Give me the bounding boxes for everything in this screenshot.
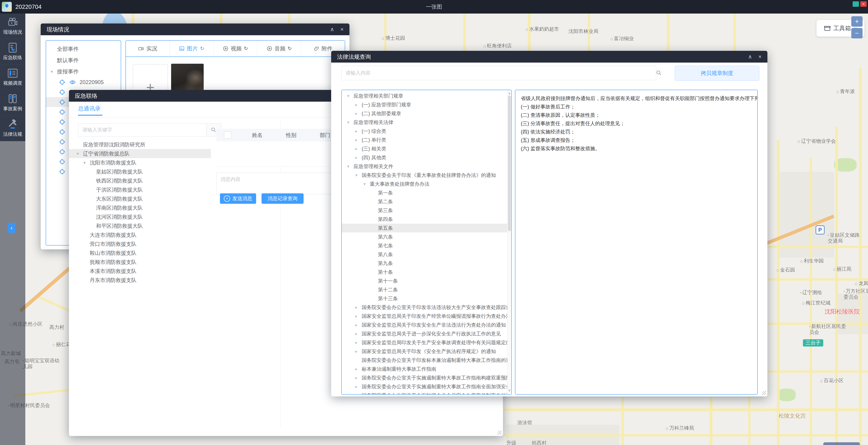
contact-tree-item[interactable]: 和平区消防救援大队 [69,221,211,230]
caret-icon[interactable]: ▸ [355,137,358,142]
tree-item-reported-events[interactable]: ▾ 接报事件 [46,66,121,77]
locate-crosshair-icon[interactable] [59,109,66,115]
law-tree-item[interactable]: ▾ 应急管理相关部门规章 [342,92,507,100]
collapse-icon[interactable]: ∧ [748,54,752,59]
law-tree-item[interactable]: ▸ 国家安全监管总局关于印发《安全生产执法程序规定》的通知 [342,347,507,356]
law-search-input[interactable] [341,66,656,80]
caret-icon[interactable]: ▾ [355,173,358,178]
caret-icon[interactable]: ▸ [355,155,358,160]
window-control-button[interactable] [852,1,859,7]
sidebar-item-law[interactable]: 法律法规 [0,116,25,141]
sidebar-collapse-handle[interactable]: ‹ [8,223,16,233]
tab-video[interactable]: 视频 ↻ [214,41,257,57]
locate-crosshair-icon[interactable] [59,89,66,96]
sidebar-item-contact[interactable]: 应急联络 [0,39,25,65]
contact-tree-item[interactable]: 鞍山市消防救援支队 [69,248,211,258]
tree-item-all-events[interactable]: 全部事件 [46,43,121,55]
law-tree-item[interactable]: ▸ (一) 应急管理部门规章 [342,100,507,109]
law-tree-item[interactable]: 第二条 [342,197,507,206]
refresh-icon[interactable]: ↻ [288,46,292,52]
contact-tree-item[interactable]: ▾ 沈阳市消防救援支队 [69,158,211,167]
law-tree-item[interactable]: 第十一条 [342,276,507,285]
law-tree-item[interactable]: ▸ 国家安全监管总局关于印发生产经营单位瞒报谎报事故行为查处办法的 [342,312,507,320]
tab-address-book[interactable]: 总通讯录 [78,105,101,112]
caret-icon[interactable]: ▸ [355,146,358,151]
caret-icon[interactable]: ▸ [355,349,358,354]
contact-tree-item[interactable]: 营口市消防救援支队 [69,239,211,248]
zoom-in-button[interactable]: + [851,16,863,27]
contact-tree-item[interactable]: 大连市消防救援支队 [69,230,211,239]
contact-tree-item[interactable]: 浑南区消防救援大队 [69,203,211,212]
zoom-out-button[interactable]: − [851,28,863,38]
caret-down-icon[interactable]: ▾ [84,160,86,165]
law-tree-item[interactable]: ▸ 国务院安委会办公室关于全面加强企业全员安全生产责任制工作的通知 [342,391,507,395]
law-tree-item[interactable]: ▸ 国务院安委会办公室关于实施遏制重特大事故工作指南构建双重预防机 [342,373,507,382]
contact-tree-item[interactable]: 沈河区消防救援大队 [69,212,211,221]
contact-tree-item[interactable]: 于洪区消防救援大队 [69,185,211,194]
search-button[interactable] [652,66,666,80]
caret-icon[interactable]: ▸ [355,366,358,372]
contact-tree-item[interactable]: 本溪市消防救援支队 [69,267,211,276]
contact-tree-item[interactable]: 抚顺市消防救援支队 [69,258,211,267]
tab-live[interactable]: 实况 [126,41,170,57]
caret-icon[interactable]: ▾ [347,93,349,99]
caret-icon[interactable]: ▾ [347,120,349,125]
window-resize-handle[interactable] [498,431,502,435]
locate-crosshair-icon[interactable] [59,158,66,165]
law-tree-item[interactable]: 第三条 [342,206,507,215]
close-icon[interactable]: × [340,27,344,32]
law-tree-item[interactable]: 国务院安委会办公室关于印发标本兼治遏制重特大事故工作指南的通知 [342,356,507,365]
law-tree-item[interactable]: ▸ 国家安全监管总局印发关于生产安全事故调查处理中有关问题规定的通 [342,338,507,347]
refresh-icon[interactable]: ↻ [244,46,248,52]
scene-window-header[interactable]: 现场情况 ∧ × [41,24,349,35]
law-tree-item[interactable]: ▸ (二) 单行类 [342,136,507,144]
law-tree-item[interactable]: ▾ 应急管理相关法律 [342,118,507,127]
law-tree-item[interactable]: 第六条 [342,233,507,241]
law-tree-item[interactable]: 第十条 [342,268,507,276]
law-tree-item[interactable]: ▸ (二) 其他部委规章 [342,109,507,118]
caret-icon[interactable]: ▸ [355,102,358,107]
caret-icon[interactable]: ▾ [347,164,349,169]
law-tree-item[interactable]: 第十二条 [342,285,507,294]
sidebar-item-cases[interactable]: 事故案例 [0,90,25,116]
event-row[interactable]: 20220905 [46,77,121,87]
contact-tree-item[interactable]: 大东区消防救援大队 [69,194,211,203]
locate-crosshair-icon[interactable] [59,79,66,85]
locate-crosshair-icon[interactable] [59,99,66,105]
scroll-down-icon[interactable]: ▼ [507,388,511,392]
caret-icon[interactable]: ▸ [355,384,358,389]
contact-search-input[interactable] [78,123,206,136]
caret-icon[interactable]: ▸ [355,129,358,134]
law-tree-item[interactable]: ▾ 应急管理相关文件 [342,162,507,171]
law-tree-item[interactable]: ▸ 国家安全监管总局关于进一步深化安全生产行政执法工作的意见 [342,329,507,338]
caret-icon[interactable]: ▸ [355,340,358,345]
caret-down-icon[interactable]: ▾ [76,151,79,156]
tab-image[interactable]: 图片 ↻ [170,41,214,57]
caret-icon[interactable]: ▸ [355,331,358,336]
locate-crosshair-icon[interactable] [59,168,66,175]
contact-tree-item[interactable]: ▾ 辽宁省消防救援总队 [69,149,211,158]
caret-icon[interactable]: ▸ [355,322,358,328]
scrollbar[interactable]: ▲ ▼ [507,90,511,393]
law-tree-item[interactable]: ▾ 国务院安委会关于印发《重大事故查处挂牌督办办法》的通知 [342,171,507,179]
locate-crosshair-icon[interactable] [59,118,66,125]
app-close-button[interactable]: × [860,1,867,7]
law-tree-item[interactable]: 第五条 [342,224,507,233]
window-resize-handle[interactable] [762,391,766,395]
message-history-button[interactable]: 消息记录查询 [261,193,304,204]
law-tree-item[interactable]: ▸ 国务院安委会办公室关于印发非法违法较大生产安全事故查处跟踪督办 [342,303,507,312]
law-tree-item[interactable]: ▸ (四) 其他类 [342,153,507,162]
scroll-up-icon[interactable]: ▲ [507,91,511,95]
law-tree-item[interactable]: 第九条 [342,259,507,268]
law-tree-item[interactable]: 第八条 [342,250,507,259]
contact-tree-item[interactable]: 铁西区消防救援大队 [69,176,211,185]
contact-tree-item[interactable]: 丹东市消防救援支队 [69,276,211,285]
law-window-header[interactable]: 法律法规查询 ∧ × [331,51,767,63]
caret-icon[interactable]: ▸ [355,305,358,310]
caret-icon[interactable]: ▾ [364,181,366,186]
law-tree-item[interactable]: ▸ 国家安全监管总局关于印发安全生产非法违法行为查处办法的通知 [342,320,507,329]
locate-crosshair-icon[interactable] [59,129,66,135]
contact-tree-item[interactable]: 应急管理部沈阳消防研究所 [69,140,211,149]
close-icon[interactable]: × [758,54,762,59]
sidebar-item-scene[interactable]: 现场情况 [0,13,25,39]
